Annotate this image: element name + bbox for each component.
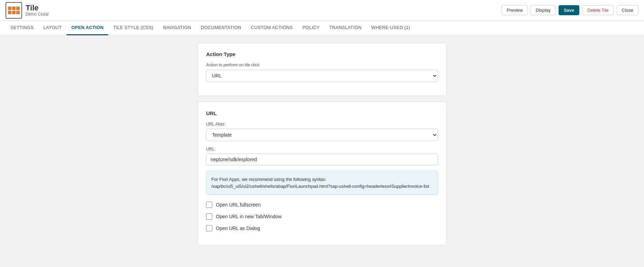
- close-button[interactable]: Close: [617, 5, 638, 15]
- checkbox-newtab-row: Open URL in new Tab/Window: [206, 213, 438, 220]
- preview-button[interactable]: Preview: [502, 5, 528, 15]
- header-actions: Preview Display Save Delete Tile Close: [502, 5, 638, 15]
- logo-icon: [6, 2, 22, 19]
- action-type-label: Action to perform on tile click:: [206, 63, 438, 67]
- save-button[interactable]: Save: [559, 5, 579, 15]
- action-type-title: Action Type: [206, 51, 438, 57]
- open-fullscreen-checkbox[interactable]: [206, 202, 212, 208]
- nav-tabs: SETTINGS LAYOUT OPEN ACTION TILE STYLE (…: [0, 21, 644, 36]
- action-type-card: Action Type Action to perform on tile cl…: [197, 43, 447, 96]
- tab-policy[interactable]: POLICY: [298, 21, 324, 35]
- open-dialog-checkbox[interactable]: [206, 225, 212, 231]
- app-title: Tile: [26, 4, 49, 12]
- tab-navigation[interactable]: NAVIGATION: [158, 21, 196, 35]
- url-alias-group: URL Alias: Template None: [206, 122, 438, 141]
- main-content: Action Type Action to perform on tile cl…: [0, 36, 644, 263]
- open-newtab-label[interactable]: Open URL in new Tab/Window: [216, 214, 282, 219]
- action-type-select[interactable]: URL App Navigation None: [206, 70, 438, 82]
- url-card-title: URL: [206, 110, 438, 116]
- url-value-group: URL:: [206, 147, 438, 165]
- app-subtitle: Demo Cezar: [26, 12, 49, 17]
- open-newtab-checkbox[interactable]: [206, 213, 212, 220]
- delete-tile-button[interactable]: Delete Tile: [582, 5, 614, 15]
- tab-open-action[interactable]: OPEN ACTION: [66, 21, 108, 35]
- tab-settings[interactable]: SETTINGS: [6, 21, 38, 35]
- display-button[interactable]: Display: [531, 5, 556, 15]
- tab-layout[interactable]: LAYOUT: [38, 21, 66, 35]
- url-input[interactable]: [206, 154, 438, 165]
- tab-tile-style[interactable]: TILE STYLE (CSS): [108, 21, 158, 35]
- tab-documentation[interactable]: DOCUMENTATION: [196, 21, 246, 35]
- header: Tile Demo Cezar Preview Display Save Del…: [0, 0, 644, 21]
- checkbox-fullscreen-row: Open URL fullscreen: [206, 202, 438, 208]
- url-card: URL URL Alias: Template None URL: For Fi…: [197, 102, 447, 246]
- tab-translation[interactable]: TRANSLATION: [324, 21, 366, 35]
- tab-custom-actions[interactable]: CUSTOM ACTIONS: [246, 21, 298, 35]
- url-info-box: For Fiori Apps, we recommend using the f…: [206, 171, 438, 195]
- logo-area: Tile Demo Cezar: [6, 2, 49, 19]
- tab-where-used[interactable]: WHERE-USED (1): [366, 21, 415, 35]
- checkbox-dialog-row: Open URL as Dialog: [206, 225, 438, 231]
- action-type-group: Action to perform on tile click: URL App…: [206, 63, 438, 82]
- url-alias-select[interactable]: Template None: [206, 129, 438, 141]
- open-fullscreen-label[interactable]: Open URL fullscreen: [216, 202, 260, 208]
- url-alias-label: URL Alias:: [206, 122, 438, 127]
- url-value-label: URL:: [206, 147, 438, 151]
- logo-text: Tile Demo Cezar: [26, 4, 49, 17]
- open-dialog-label[interactable]: Open URL as Dialog: [216, 225, 260, 231]
